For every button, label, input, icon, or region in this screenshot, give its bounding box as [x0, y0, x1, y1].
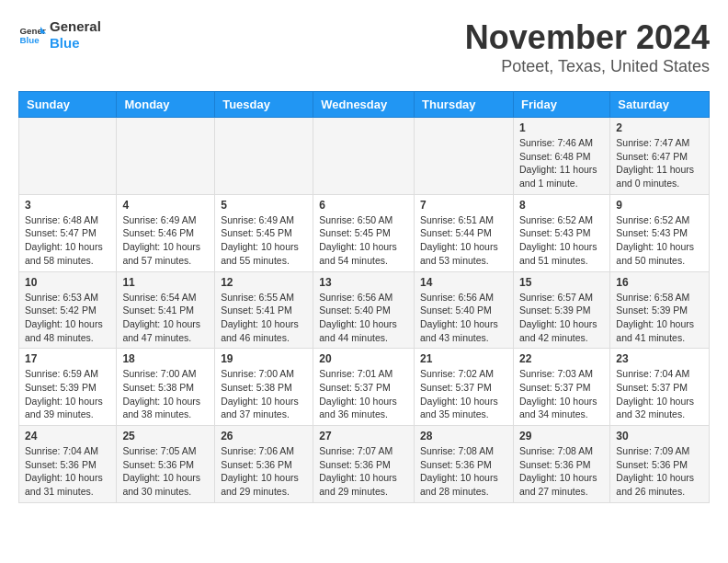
day-number: 20	[319, 352, 408, 365]
day-number: 1	[519, 121, 604, 134]
day-info: Sunrise: 7:47 AM Sunset: 6:47 PM Dayligh…	[616, 136, 703, 190]
logo-icon: General Blue	[18, 21, 46, 49]
day-number: 10	[25, 276, 110, 289]
day-info: Sunrise: 6:50 AM Sunset: 5:45 PM Dayligh…	[319, 213, 408, 268]
day-number: 11	[122, 276, 209, 289]
calendar-day-cell: 20Sunrise: 7:01 AM Sunset: 5:37 PM Dayli…	[313, 349, 415, 426]
day-number: 4	[122, 199, 209, 212]
calendar-day-cell	[313, 118, 415, 195]
day-info: Sunrise: 6:58 AM Sunset: 5:39 PM Dayligh…	[616, 291, 703, 345]
calendar-week-row: 24Sunrise: 7:04 AM Sunset: 5:36 PM Dayli…	[19, 426, 710, 503]
calendar-header-row: SundayMondayTuesdayWednesdayThursdayFrid…	[19, 92, 710, 118]
logo-text-general: General	[50, 18, 101, 35]
day-info: Sunrise: 7:08 AM Sunset: 5:36 PM Dayligh…	[519, 444, 604, 499]
day-info: Sunrise: 6:52 AM Sunset: 5:43 PM Dayligh…	[519, 213, 604, 268]
calendar-day-cell	[215, 118, 313, 195]
calendar-day-cell: 11Sunrise: 6:54 AM Sunset: 5:41 PM Dayli…	[117, 271, 215, 349]
day-number: 27	[319, 430, 408, 442]
title-area: November 2024 Poteet, Texas, United Stat…	[465, 18, 710, 76]
day-info: Sunrise: 7:06 AM Sunset: 5:36 PM Dayligh…	[221, 444, 307, 499]
calendar-day-cell	[19, 118, 117, 195]
calendar-day-cell: 8Sunrise: 6:52 AM Sunset: 5:43 PM Daylig…	[513, 194, 609, 271]
day-info: Sunrise: 7:00 AM Sunset: 5:38 PM Dayligh…	[221, 367, 307, 421]
day-info: Sunrise: 7:05 AM Sunset: 5:36 PM Dayligh…	[122, 444, 209, 499]
day-number: 17	[25, 352, 110, 365]
calendar-week-row: 10Sunrise: 6:53 AM Sunset: 5:42 PM Dayli…	[19, 271, 710, 349]
page-header: General Blue General Blue November 2024 …	[18, 18, 710, 76]
weekday-header: Friday	[513, 92, 609, 118]
calendar-day-cell: 17Sunrise: 6:59 AM Sunset: 5:39 PM Dayli…	[19, 349, 117, 426]
day-number: 25	[122, 430, 209, 442]
weekday-header: Tuesday	[215, 92, 313, 118]
day-info: Sunrise: 6:55 AM Sunset: 5:41 PM Dayligh…	[221, 291, 307, 345]
day-number: 9	[616, 199, 703, 212]
calendar-day-cell: 23Sunrise: 7:04 AM Sunset: 5:37 PM Dayli…	[610, 349, 710, 426]
day-info: Sunrise: 7:04 AM Sunset: 5:37 PM Dayligh…	[616, 367, 703, 421]
day-number: 28	[420, 430, 507, 442]
day-number: 6	[319, 199, 408, 212]
calendar-day-cell: 3Sunrise: 6:48 AM Sunset: 5:47 PM Daylig…	[19, 194, 117, 271]
day-info: Sunrise: 7:09 AM Sunset: 5:36 PM Dayligh…	[616, 444, 703, 499]
calendar-day-cell: 26Sunrise: 7:06 AM Sunset: 5:36 PM Dayli…	[215, 426, 313, 503]
day-info: Sunrise: 7:02 AM Sunset: 5:37 PM Dayligh…	[420, 367, 507, 421]
calendar-day-cell: 10Sunrise: 6:53 AM Sunset: 5:42 PM Dayli…	[19, 271, 117, 349]
calendar-day-cell: 24Sunrise: 7:04 AM Sunset: 5:36 PM Dayli…	[19, 426, 117, 503]
day-info: Sunrise: 7:03 AM Sunset: 5:37 PM Dayligh…	[519, 367, 604, 421]
day-number: 13	[319, 276, 408, 289]
day-info: Sunrise: 6:52 AM Sunset: 5:43 PM Dayligh…	[616, 213, 703, 268]
calendar-day-cell: 5Sunrise: 6:49 AM Sunset: 5:45 PM Daylig…	[215, 194, 313, 271]
day-number: 19	[221, 352, 307, 365]
weekday-header: Monday	[117, 92, 215, 118]
location-title: Poteet, Texas, United States	[465, 57, 710, 76]
calendar-day-cell: 14Sunrise: 6:56 AM Sunset: 5:40 PM Dayli…	[415, 271, 514, 349]
calendar-day-cell: 25Sunrise: 7:05 AM Sunset: 5:36 PM Dayli…	[117, 426, 215, 503]
calendar-day-cell: 22Sunrise: 7:03 AM Sunset: 5:37 PM Dayli…	[513, 349, 609, 426]
day-number: 15	[519, 276, 604, 289]
day-info: Sunrise: 7:04 AM Sunset: 5:36 PM Dayligh…	[25, 444, 110, 499]
weekday-header: Saturday	[610, 92, 710, 118]
day-number: 22	[519, 352, 604, 365]
day-number: 12	[221, 276, 307, 289]
svg-text:Blue: Blue	[20, 35, 40, 45]
day-info: Sunrise: 7:07 AM Sunset: 5:36 PM Dayligh…	[319, 444, 408, 499]
day-number: 30	[616, 430, 703, 442]
day-info: Sunrise: 7:46 AM Sunset: 6:48 PM Dayligh…	[519, 136, 604, 190]
day-number: 3	[25, 199, 110, 212]
day-info: Sunrise: 6:56 AM Sunset: 5:40 PM Dayligh…	[420, 291, 507, 345]
calendar-day-cell: 18Sunrise: 7:00 AM Sunset: 5:38 PM Dayli…	[117, 349, 215, 426]
day-number: 23	[616, 352, 703, 365]
day-info: Sunrise: 6:53 AM Sunset: 5:42 PM Dayligh…	[25, 291, 110, 345]
day-info: Sunrise: 6:49 AM Sunset: 5:45 PM Dayligh…	[221, 213, 307, 268]
day-number: 18	[122, 352, 209, 365]
calendar-week-row: 3Sunrise: 6:48 AM Sunset: 5:47 PM Daylig…	[19, 194, 710, 271]
calendar-day-cell: 13Sunrise: 6:56 AM Sunset: 5:40 PM Dayli…	[313, 271, 415, 349]
weekday-header: Thursday	[415, 92, 514, 118]
day-info: Sunrise: 6:51 AM Sunset: 5:44 PM Dayligh…	[420, 213, 507, 268]
calendar-day-cell: 16Sunrise: 6:58 AM Sunset: 5:39 PM Dayli…	[610, 271, 710, 349]
weekday-header: Sunday	[19, 92, 117, 118]
day-number: 5	[221, 199, 307, 212]
calendar-day-cell: 15Sunrise: 6:57 AM Sunset: 5:39 PM Dayli…	[513, 271, 609, 349]
day-number: 24	[25, 430, 110, 442]
weekday-header: Wednesday	[313, 92, 415, 118]
day-info: Sunrise: 7:08 AM Sunset: 5:36 PM Dayligh…	[420, 444, 507, 499]
logo: General Blue General Blue	[18, 18, 101, 52]
calendar-day-cell: 7Sunrise: 6:51 AM Sunset: 5:44 PM Daylig…	[415, 194, 514, 271]
calendar-day-cell: 30Sunrise: 7:09 AM Sunset: 5:36 PM Dayli…	[610, 426, 710, 503]
day-info: Sunrise: 6:59 AM Sunset: 5:39 PM Dayligh…	[25, 367, 110, 421]
calendar-table: SundayMondayTuesdayWednesdayThursdayFrid…	[18, 91, 710, 503]
calendar-day-cell	[415, 118, 514, 195]
day-number: 8	[519, 199, 604, 212]
day-number: 14	[420, 276, 507, 289]
day-info: Sunrise: 6:48 AM Sunset: 5:47 PM Dayligh…	[25, 213, 110, 268]
calendar-day-cell: 29Sunrise: 7:08 AM Sunset: 5:36 PM Dayli…	[513, 426, 609, 503]
calendar-day-cell: 19Sunrise: 7:00 AM Sunset: 5:38 PM Dayli…	[215, 349, 313, 426]
calendar-day-cell: 4Sunrise: 6:49 AM Sunset: 5:46 PM Daylig…	[117, 194, 215, 271]
calendar-day-cell: 21Sunrise: 7:02 AM Sunset: 5:37 PM Dayli…	[415, 349, 514, 426]
calendar-day-cell: 28Sunrise: 7:08 AM Sunset: 5:36 PM Dayli…	[415, 426, 514, 503]
calendar-day-cell: 6Sunrise: 6:50 AM Sunset: 5:45 PM Daylig…	[313, 194, 415, 271]
calendar-day-cell: 2Sunrise: 7:47 AM Sunset: 6:47 PM Daylig…	[610, 118, 710, 195]
day-info: Sunrise: 6:57 AM Sunset: 5:39 PM Dayligh…	[519, 291, 604, 345]
calendar-day-cell: 12Sunrise: 6:55 AM Sunset: 5:41 PM Dayli…	[215, 271, 313, 349]
calendar-week-row: 1Sunrise: 7:46 AM Sunset: 6:48 PM Daylig…	[19, 118, 710, 195]
